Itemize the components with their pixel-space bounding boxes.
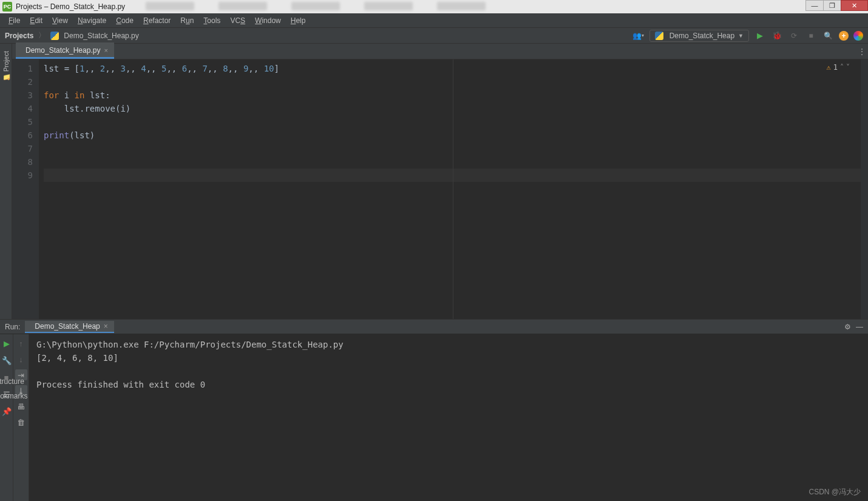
- print-button[interactable]: 🖶: [15, 401, 27, 412]
- run-tab-label: Demo_Statck_Heap: [35, 322, 100, 331]
- tab-options-button[interactable]: ⋮: [858, 47, 866, 56]
- project-tool-tab[interactable]: 📁Project: [1, 47, 11, 86]
- left-tool-strip: 📁Project: [0, 44, 12, 319]
- bookmarks-tool-tab[interactable]: ◧Bookmarks: [0, 392, 28, 400]
- title-bar: PC Projects – Demo_Statck_Heap.py — ❐ ✕: [0, 0, 868, 13]
- bookmarks-tool-label: Bookmarks: [0, 392, 28, 400]
- gutter[interactable]: 123456789: [12, 59, 39, 319]
- menu-window[interactable]: Window: [250, 15, 286, 27]
- menu-edit[interactable]: Edit: [25, 15, 47, 27]
- run-settings-button[interactable]: ⚙: [844, 323, 851, 331]
- menu-file[interactable]: File: [4, 15, 25, 27]
- menu-tools[interactable]: Tools: [198, 15, 225, 27]
- maximize-button[interactable]: ❐: [823, 0, 841, 11]
- menu-refactor[interactable]: Refactor: [138, 15, 175, 27]
- left-tool-strip-lower: ⬚Structure ◧Bookmarks: [0, 304, 12, 400]
- breadcrumb-project[interactable]: Projects: [5, 32, 33, 40]
- main-area: 📁Project Demo_Statck_Heap.py × ⋮ 1234567…: [0, 44, 868, 319]
- error-stripe[interactable]: [861, 59, 868, 319]
- run-tab[interactable]: Demo_Statck_Heap ×: [25, 321, 114, 333]
- run-toolbar-secondary: ↑ ↓ ⇥ ⤓ 🖶 🗑: [13, 334, 29, 501]
- menu-navigate[interactable]: Navigate: [73, 15, 111, 27]
- coverage-button[interactable]: ⟳: [788, 30, 800, 42]
- run-body: ▶ 🔧 ■ ☰ 📌 ↑ ↓ ⇥ ⤓ 🖶 🗑 G:\Python\python.e…: [0, 334, 868, 501]
- structure-tool-tab[interactable]: ⬚Structure: [0, 377, 24, 386]
- run-tool-header: Run: Demo_Statck_Heap × ⚙ —: [0, 320, 868, 334]
- menu-run[interactable]: Run: [175, 15, 198, 27]
- menu-code[interactable]: Code: [111, 15, 138, 27]
- close-window-button[interactable]: ✕: [841, 0, 868, 11]
- close-run-tab-button[interactable]: ×: [104, 322, 108, 331]
- debug-button[interactable]: 🐞: [771, 30, 783, 42]
- next-problem-button[interactable]: ˅: [846, 63, 850, 72]
- minimize-button[interactable]: —: [805, 0, 824, 11]
- project-tool-label: Project: [2, 51, 10, 72]
- run-button[interactable]: ▶: [754, 30, 766, 42]
- pin-tab-button[interactable]: 📌: [1, 406, 12, 417]
- stop-button[interactable]: ■: [805, 30, 817, 42]
- warning-icon: ⚠: [827, 63, 831, 72]
- hide-run-panel-button[interactable]: —: [856, 323, 863, 331]
- code-with-me-icon[interactable]: 👥▾: [632, 30, 645, 42]
- menu-view[interactable]: View: [47, 15, 73, 27]
- editor-area: Demo_Statck_Heap.py × ⋮ 123456789 lst = …: [12, 44, 868, 319]
- app-icon: PC: [2, 2, 12, 12]
- ide-features-trainer-icon[interactable]: [853, 31, 863, 41]
- background-window-tabs: [146, 2, 795, 12]
- menu-bar: File Edit View Navigate Code Refactor Ru…: [0, 13, 868, 28]
- python-file-icon: [50, 32, 59, 40]
- run-tool-window: Run: Demo_Statck_Heap × ⚙ — ▶ 🔧 ■ ☰ 📌 ↑ …: [0, 319, 868, 501]
- prev-problem-button[interactable]: ˄: [840, 63, 844, 72]
- menu-help[interactable]: Help: [286, 15, 311, 27]
- python-file-icon: [655, 32, 663, 40]
- search-everywhere-button[interactable]: 🔍: [822, 30, 834, 42]
- clear-all-button[interactable]: 🗑: [15, 417, 27, 428]
- breadcrumb-separator: 〉: [38, 30, 46, 41]
- navigation-bar: Projects 〉 Demo_Statck_Heap.py 👥▾ Demo_S…: [0, 28, 868, 44]
- inspection-indicator[interactable]: ⚠ 1 ˄ ˅: [827, 63, 850, 72]
- console-output[interactable]: G:\Python\python.exe F:/Pycharm/Projects…: [29, 334, 868, 501]
- breadcrumb-file[interactable]: Demo_Statck_Heap.py: [64, 32, 138, 40]
- editor-tab[interactable]: Demo_Statck_Heap.py ×: [16, 42, 114, 59]
- close-tab-button[interactable]: ×: [104, 47, 107, 54]
- warning-count: 1: [833, 63, 838, 72]
- down-stack-button[interactable]: ↓: [15, 354, 27, 365]
- run-config-label: Demo_Statck_Heap: [670, 32, 734, 40]
- up-stack-button[interactable]: ↑: [15, 338, 27, 349]
- editor-tab-label: Demo_Statck_Heap.py: [25, 46, 100, 55]
- ide-update-button[interactable]: +: [839, 31, 849, 41]
- menu-vcs[interactable]: VCS: [225, 15, 250, 27]
- code-editor[interactable]: 123456789 lst = [1,, 2,, 3,, 4,, 5,, 6,,…: [12, 59, 868, 319]
- run-configuration-selector[interactable]: Demo_Statck_Heap ▼: [649, 30, 749, 42]
- window-title: Projects – Demo_Statck_Heap.py: [16, 2, 125, 11]
- structure-tool-label: Structure: [0, 377, 24, 386]
- editor-tab-bar: Demo_Statck_Heap.py × ⋮: [12, 44, 868, 59]
- window-controls: — ❐ ✕: [806, 0, 868, 12]
- right-margin-guide: [453, 59, 453, 319]
- watermark: CSDN @冯大少: [809, 487, 861, 497]
